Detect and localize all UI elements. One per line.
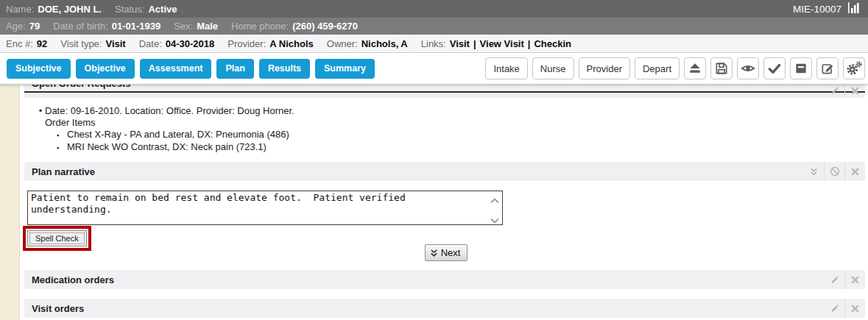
tab-subjective[interactable]: Subjective	[7, 59, 71, 79]
section-visit-orders: Visit orders	[24, 299, 865, 318]
provider-label: Provider:	[227, 38, 266, 49]
scroll-down-icon[interactable]	[490, 214, 500, 221]
patient-banner-row1: Name: DOE, JOHN L. Status: Active MIE-10…	[0, 0, 868, 18]
link-checkin[interactable]: Checkin	[534, 38, 571, 49]
remove-section-button[interactable]	[844, 162, 865, 181]
remove-section-button[interactable]	[844, 270, 865, 289]
check-icon	[767, 61, 782, 76]
dob-label: Date of birth:	[53, 21, 107, 32]
link-separator: |	[528, 38, 531, 49]
visit-type-label: Visit type:	[60, 38, 102, 49]
next-button-label: Next	[441, 247, 461, 258]
enc-date: 04-30-2018	[166, 38, 215, 49]
enc-date-label: Date:	[139, 38, 162, 49]
preview-button[interactable]	[737, 57, 759, 79]
remove-section-button[interactable]	[844, 85, 865, 96]
depart-button[interactable]: Depart	[635, 57, 680, 79]
chevron-double-down-icon	[809, 167, 819, 177]
links-label: Links:	[421, 38, 446, 49]
order-item: ▪ MRI Neck WO Contrast, DX: Neck pain (7…	[57, 141, 865, 154]
save-button[interactable]	[710, 57, 733, 79]
bullet: •	[36, 105, 45, 117]
open-order-requests-body: • Date: 09-16-2010. Location: Office. Pr…	[24, 98, 865, 162]
ban-icon	[830, 166, 840, 177]
tab-results[interactable]: Results	[259, 59, 310, 79]
name-label: Name:	[6, 4, 34, 15]
edit-note-button[interactable]	[816, 57, 839, 79]
tab-assessment[interactable]: Assessment	[140, 59, 212, 79]
provider-button[interactable]: Provider	[579, 57, 630, 79]
remove-section-button[interactable]	[844, 299, 865, 318]
plan-narrative-input[interactable]: Patient to remain on bed rest and elevat…	[28, 191, 502, 224]
pencil-icon	[830, 304, 839, 313]
patient-sex: Male	[197, 21, 218, 32]
collapse-section-button[interactable]	[803, 162, 824, 181]
plan-narrative-textbox: Patient to remain on bed rest and elevat…	[27, 191, 503, 225]
patient-name: DOE, JOHN L.	[38, 4, 102, 15]
section-title-plan-narrative: Plan narrative	[24, 166, 95, 177]
section-medication-orders: Medication orders	[24, 270, 865, 289]
intake-button[interactable]: Intake	[485, 57, 527, 79]
link-separator: |	[473, 38, 476, 49]
enc-number: 92	[37, 38, 47, 49]
pencil-icon	[830, 86, 839, 96]
patient-status: Active	[148, 4, 177, 15]
sign-button[interactable]	[763, 57, 786, 79]
tab-plan[interactable]: Plan	[216, 59, 253, 79]
encounter-info-row: Enc #: 92 Visit type: Visit Date: 04-30-…	[0, 35, 868, 53]
scroll-up-icon[interactable]	[490, 194, 500, 202]
close-icon	[851, 276, 859, 284]
save-icon	[714, 61, 729, 76]
settings-button[interactable]	[843, 57, 865, 79]
left-margin-strip	[0, 76, 20, 320]
phone-label: Home phone:	[231, 21, 289, 32]
patient-dob: 01-01-1939	[112, 21, 161, 32]
link-view-visit[interactable]: View Visit	[480, 38, 524, 49]
sex-label: Sex:	[174, 21, 193, 32]
next-button[interactable]: Next	[425, 244, 468, 261]
edit-icon	[820, 61, 835, 76]
nurse-button[interactable]: Nurse	[532, 57, 574, 79]
order-request-summary: Date: 09-16-2010. Location: Office. Prov…	[45, 105, 294, 117]
age-label: Age:	[6, 21, 26, 32]
tab-objective[interactable]: Objective	[76, 59, 135, 79]
pencil-icon	[830, 275, 839, 285]
close-icon	[851, 305, 859, 313]
section-title-medication-orders: Medication orders	[24, 274, 114, 285]
ehr-window: Name: DOE, JOHN L. Status: Active MIE-10…	[0, 0, 868, 320]
status-label: Status:	[115, 4, 144, 15]
close-icon	[851, 87, 859, 95]
plan-narrative-body: Patient to remain on bed rest and elevat…	[24, 181, 865, 270]
edit-section-button[interactable]	[824, 85, 844, 96]
patient-age: 79	[29, 21, 40, 32]
tab-summary[interactable]: Summary	[315, 59, 375, 79]
chart-toolbar: Subjective Objective Assessment Plan Res…	[0, 53, 868, 85]
patient-banner-row2: Age: 79 Date of birth: 01-01-1939 Sex: M…	[0, 18, 868, 35]
gears-icon	[846, 60, 862, 77]
order-item: ▪ Chest X-Ray - PA and Lateral, DX: Pneu…	[57, 129, 865, 141]
square-bullet: ▪	[57, 129, 67, 141]
chevron-double-down-icon	[430, 249, 438, 257]
eject-icon	[688, 61, 702, 76]
order-item-text: MRI Neck WO Contrast, DX: Neck pain (723…	[67, 141, 267, 154]
disable-section-button[interactable]	[824, 162, 844, 181]
owner-label: Owner:	[327, 38, 358, 49]
provider-name: A Nichols	[269, 38, 313, 49]
order-items-label: Order Items	[45, 117, 865, 129]
square-bullet: ▪	[57, 141, 67, 154]
note-tabs: Subjective Objective Assessment Plan Res…	[7, 59, 375, 79]
system-id: MIE-10007	[793, 4, 841, 15]
edit-section-button[interactable]	[824, 270, 844, 289]
eye-icon	[741, 61, 755, 76]
eject-button[interactable]	[684, 57, 706, 79]
order-item-text: Chest X-Ray - PA and Lateral, DX: Pneumo…	[67, 129, 289, 141]
section-title-visit-orders: Visit orders	[24, 303, 84, 314]
note-content: Open Order Requests • Date: 09-16-2010. …	[0, 76, 868, 318]
patient-phone: (260) 459-6270	[292, 21, 358, 32]
close-icon	[851, 168, 859, 176]
visit-type: Visit	[105, 38, 125, 49]
archive-button[interactable]	[790, 57, 812, 79]
link-visit[interactable]: Visit	[450, 38, 470, 49]
edit-section-button[interactable]	[824, 299, 844, 318]
chart-stats-icon[interactable]	[848, 2, 861, 15]
